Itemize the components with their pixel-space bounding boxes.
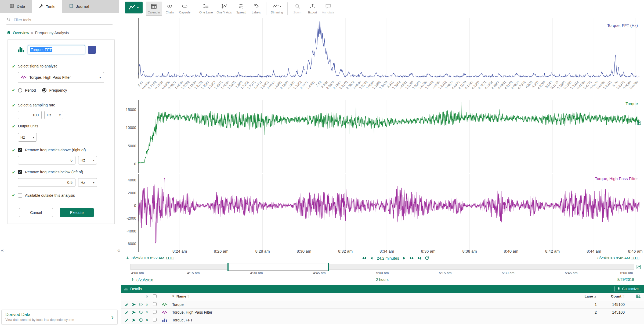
info-icon[interactable] [139,318,143,322]
time-tick-label: 8:24 am [172,249,187,253]
timeline-selection[interactable] [227,263,329,271]
toolbar-button-zoom[interactable]: Zoom [290,2,305,16]
table-row[interactable]: ✕Torque1145100 [121,301,644,309]
toolbar-button-dimming[interactable]: ▾Dimming [269,2,285,16]
arrow-down-icon [125,256,130,260]
execute-button[interactable]: Execute [60,208,94,217]
lane-column-header[interactable]: Lane▲ [578,294,597,298]
toolbar-button-spread[interactable]: Spread [234,2,249,16]
tab-journal[interactable]: Journal [62,0,96,13]
sampling-unit-select[interactable]: Hz ▾ [44,111,63,119]
sort-icon[interactable]: ⇅ [172,294,174,298]
edit-icon[interactable] [125,303,129,307]
remove-above-unit-select[interactable]: Hz ▾ [78,156,97,164]
toolbar-button-chain[interactable]: Chain [162,2,177,16]
tab-tools[interactable]: Tools [32,0,62,13]
timeline-chart-icon[interactable] [636,264,641,271]
collapse-sidebar-icon[interactable]: « [117,247,120,253]
toolbar-button-export[interactable]: Export [305,2,320,16]
hpf-y-axis[interactable]: 400020000-2000-4000-6000 [120,174,136,252]
torque-y-axis[interactable]: 150001000050000 [120,100,136,173]
edit-icon[interactable] [125,318,129,322]
toolbar: ▾ CalendarChainCapsuleOne LaneOne Y-Axis… [125,2,336,16]
table-row[interactable]: ✕Torque, High Pass Filter2145100 [121,309,644,316]
toolbar-button-capsule[interactable]: Capsule [177,2,192,16]
hpf-chart-lane[interactable]: Torque, High Pass Filter [138,174,639,252]
row-name[interactable]: Torque, High Pass Filter [172,310,212,314]
toolbar-button-one-y-axis[interactable]: One Y-Axis [215,2,234,16]
remove-above-input[interactable] [18,156,75,164]
send-to-trend-icon[interactable] [132,318,136,322]
send-to-trend-icon[interactable] [132,310,136,314]
step-forward-fast-icon[interactable] [410,256,414,260]
count-column-header[interactable]: Count⇅ [603,294,625,298]
refresh-icon[interactable] [425,256,429,260]
chevron-down-icon: ▾ [280,5,281,8]
breadcrumb-overview-link[interactable]: Overview [13,31,29,35]
row-name[interactable]: Torque, FFT [172,318,193,322]
timeline-bar[interactable] [131,264,634,270]
torque-chart-lane[interactable]: Torque [138,100,639,173]
derived-data-card[interactable]: Derived Data View data created by tools … [1,310,118,324]
remove-above-label: Remove frequencies above (right of) [25,148,86,152]
timezone-link[interactable]: UTC [631,256,639,260]
remove-below-checkbox[interactable]: ✓ [18,170,22,174]
remove-below-unit-select[interactable]: Hz ▾ [78,178,97,187]
timeline-window-label[interactable]: 2 hours [376,277,389,282]
range-duration[interactable]: 24.2 minutes [377,256,399,260]
check-icon: ✓ [10,193,18,198]
result-name-input[interactable]: Torque, FFT [28,45,85,54]
name-column-header[interactable]: Name⇅ [176,294,190,298]
row-lane: 1 [583,302,597,307]
lane-options-icon[interactable] [637,120,641,126]
toolbar-button-annotate[interactable]: Annotate [320,2,336,16]
remove-icon[interactable]: ✕ [146,318,149,322]
remove-column-icon[interactable]: ✕ [146,294,149,299]
time-x-axis-labels: 8:24 am8:26 am8:28 am8:30 am8:32 am8:34 … [138,249,639,254]
row-name[interactable]: Torque [172,302,184,307]
timeline-tick-label: 5:15 am [439,271,452,275]
available-outside-label: Available outside this analysis [25,193,75,198]
toolbar-button-one-lane[interactable]: One Lane [197,2,215,16]
remove-icon[interactable]: ✕ [146,303,149,307]
row-checkbox[interactable] [153,310,157,315]
send-to-trend-icon[interactable] [132,303,136,307]
tab-tools-label: Tools [46,4,55,9]
time-tick-label: 8:26 am [214,249,228,253]
fft-chart-lane[interactable]: Torque, FFT (Hz) [138,18,639,78]
row-checkbox[interactable] [153,318,157,323]
toolbar-button-labels[interactable]: Labels [249,2,264,16]
remove-below-input[interactable] [18,178,75,187]
info-icon[interactable] [139,303,143,307]
step-back-icon[interactable] [369,256,374,260]
filter-tools-input[interactable] [13,17,113,22]
remove-above-checkbox[interactable]: ✓ [18,148,22,152]
toolbar-button-label: Annotate [322,11,334,14]
cancel-button[interactable]: Cancel [19,208,53,217]
tab-data[interactable]: Data [3,0,32,13]
sampling-rate-input[interactable] [18,111,42,119]
customize-button[interactable]: Customize [614,286,641,292]
step-to-end-icon[interactable] [417,256,422,260]
add-column-icon[interactable] [636,294,641,300]
view-mode-button[interactable]: ▾ [125,2,143,13]
step-back-fast-icon[interactable] [362,256,366,260]
timeline-tick-label: 4:00 am [131,271,144,275]
timezone-link[interactable]: UTC [166,256,174,260]
table-row[interactable]: ✕Torque, FFT [121,316,644,324]
period-radio[interactable] [18,88,22,92]
row-checkbox[interactable] [153,302,157,307]
fft-spectrum-plot [138,18,639,78]
select-all-checkbox[interactable] [153,294,157,299]
remove-icon[interactable]: ✕ [146,310,149,314]
toolbar-button-calendar[interactable]: Calendar [146,2,162,16]
color-swatch[interactable] [88,46,96,54]
available-outside-checkbox[interactable] [18,193,22,198]
collapse-panel-icon[interactable]: « [1,247,4,253]
frequency-radio[interactable] [42,88,46,92]
output-unit-select[interactable]: Hz ▾ [18,133,37,142]
signal-select[interactable]: Torque, High Pass Filter ▾ [18,72,104,83]
step-forward-icon[interactable] [402,256,407,260]
info-icon[interactable] [139,310,143,314]
edit-icon[interactable] [125,310,129,314]
